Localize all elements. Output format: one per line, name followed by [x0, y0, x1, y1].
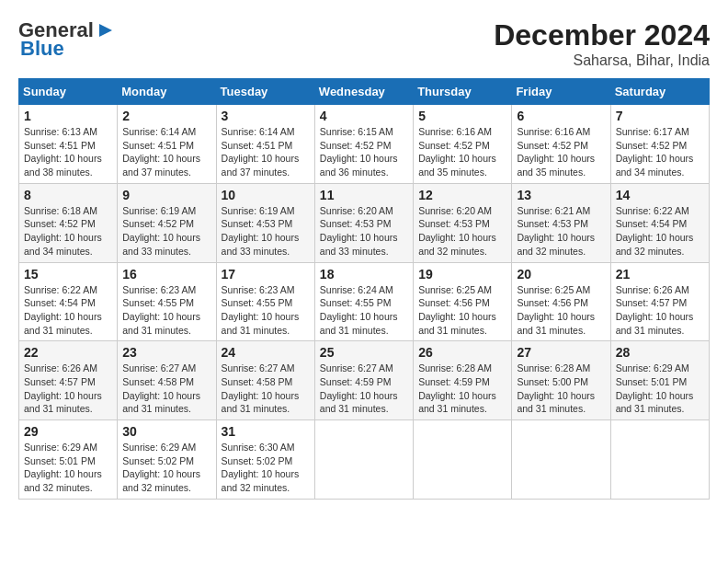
day-info: Sunrise: 6:22 AMSunset: 4:54 PMDaylight:…: [24, 283, 112, 338]
day-number: 18: [320, 267, 408, 282]
day-info: Sunrise: 6:26 AMSunset: 4:57 PMDaylight:…: [24, 362, 112, 416]
day-info: Sunrise: 6:22 AMSunset: 4:54 PMDaylight:…: [616, 204, 704, 259]
day-number: 29: [24, 424, 112, 439]
calendar-cell: [414, 420, 512, 500]
calendar-cell: [314, 420, 413, 500]
day-number: 13: [517, 188, 605, 202]
calendar-cell: 6Sunrise: 6:16 AMSunset: 4:52 PMDaylight…: [512, 105, 610, 184]
calendar-cell: 13Sunrise: 6:21 AMSunset: 4:53 PMDayligh…: [512, 183, 610, 262]
calendar-header-row: SundayMondayTuesdayWednesdayThursdayFrid…: [19, 79, 710, 105]
day-info: Sunrise: 6:27 AMSunset: 4:58 PMDaylight:…: [222, 362, 310, 416]
day-info: Sunrise: 6:25 AMSunset: 4:56 PMDaylight:…: [517, 283, 605, 338]
day-number: 6: [517, 109, 605, 123]
day-info: Sunrise: 6:26 AMSunset: 4:57 PMDaylight:…: [616, 283, 704, 338]
calendar-cell: 17Sunrise: 6:23 AMSunset: 4:55 PMDayligh…: [216, 262, 314, 341]
calendar-header-wednesday: Wednesday: [314, 79, 413, 105]
calendar-cell: 11Sunrise: 6:20 AMSunset: 4:53 PMDayligh…: [314, 183, 413, 262]
day-info: Sunrise: 6:19 AMSunset: 4:52 PMDaylight:…: [122, 204, 210, 259]
day-number: 23: [122, 345, 210, 360]
calendar-header-sunday: Sunday: [19, 79, 118, 105]
day-info: Sunrise: 6:29 AMSunset: 5:02 PMDaylight:…: [122, 441, 210, 495]
calendar-cell: 10Sunrise: 6:19 AMSunset: 4:53 PMDayligh…: [216, 183, 314, 262]
calendar-header-saturday: Saturday: [610, 79, 709, 105]
day-number: 20: [517, 267, 605, 282]
day-number: 14: [616, 188, 704, 202]
calendar-cell: 30Sunrise: 6:29 AMSunset: 5:02 PMDayligh…: [118, 420, 216, 500]
day-info: Sunrise: 6:29 AMSunset: 5:01 PMDaylight:…: [616, 362, 704, 416]
page-title: December 2024: [494, 18, 710, 52]
calendar-cell: [512, 420, 610, 500]
day-info: Sunrise: 6:16 AMSunset: 4:52 PMDaylight:…: [517, 125, 605, 179]
calendar-cell: 2Sunrise: 6:14 AMSunset: 4:51 PMDaylight…: [118, 105, 216, 184]
day-info: Sunrise: 6:20 AMSunset: 4:53 PMDaylight:…: [320, 204, 408, 259]
day-info: Sunrise: 6:14 AMSunset: 4:51 PMDaylight:…: [222, 125, 310, 179]
logo-icon: [96, 20, 116, 40]
calendar-cell: 20Sunrise: 6:25 AMSunset: 4:56 PMDayligh…: [512, 262, 610, 341]
calendar-cell: 3Sunrise: 6:14 AMSunset: 4:51 PMDaylight…: [216, 105, 314, 184]
calendar-cell: 31Sunrise: 6:30 AMSunset: 5:02 PMDayligh…: [216, 420, 314, 500]
calendar-cell: 16Sunrise: 6:23 AMSunset: 4:55 PMDayligh…: [118, 262, 216, 341]
day-info: Sunrise: 6:28 AMSunset: 4:59 PMDaylight:…: [418, 362, 506, 416]
calendar-cell: 1Sunrise: 6:13 AMSunset: 4:51 PMDaylight…: [19, 105, 118, 184]
page-header: General Blue December 2024 Saharsa, Biha…: [18, 18, 710, 69]
calendar-cell: 14Sunrise: 6:22 AMSunset: 4:54 PMDayligh…: [610, 183, 709, 262]
day-number: 22: [24, 345, 112, 360]
day-number: 2: [122, 109, 210, 123]
calendar-cell: 8Sunrise: 6:18 AMSunset: 4:52 PMDaylight…: [19, 183, 118, 262]
day-info: Sunrise: 6:18 AMSunset: 4:52 PMDaylight:…: [24, 204, 112, 259]
day-info: Sunrise: 6:20 AMSunset: 4:53 PMDaylight:…: [418, 204, 506, 259]
calendar-cell: 28Sunrise: 6:29 AMSunset: 5:01 PMDayligh…: [610, 341, 709, 420]
day-number: 28: [616, 345, 704, 360]
page-subtitle: Saharsa, Bihar, India: [494, 52, 710, 69]
calendar-cell: 9Sunrise: 6:19 AMSunset: 4:52 PMDaylight…: [118, 183, 216, 262]
day-info: Sunrise: 6:27 AMSunset: 4:59 PMDaylight:…: [320, 362, 408, 416]
day-number: 5: [418, 109, 506, 123]
day-info: Sunrise: 6:14 AMSunset: 4:51 PMDaylight:…: [122, 125, 210, 179]
calendar-cell: 7Sunrise: 6:17 AMSunset: 4:52 PMDaylight…: [610, 105, 709, 184]
calendar-cell: 27Sunrise: 6:28 AMSunset: 5:00 PMDayligh…: [512, 341, 610, 420]
day-info: Sunrise: 6:29 AMSunset: 5:01 PMDaylight:…: [24, 441, 112, 495]
svg-marker-0: [99, 24, 112, 37]
calendar-table: SundayMondayTuesdayWednesdayThursdayFrid…: [18, 78, 710, 500]
calendar-cell: [610, 420, 709, 500]
day-number: 15: [24, 267, 112, 282]
day-number: 27: [517, 345, 605, 360]
calendar-week-3: 15Sunrise: 6:22 AMSunset: 4:54 PMDayligh…: [19, 262, 710, 341]
day-number: 1: [24, 109, 112, 123]
day-number: 4: [320, 109, 408, 123]
day-info: Sunrise: 6:30 AMSunset: 5:02 PMDaylight:…: [222, 441, 310, 495]
day-info: Sunrise: 6:17 AMSunset: 4:52 PMDaylight:…: [616, 125, 704, 179]
day-info: Sunrise: 6:13 AMSunset: 4:51 PMDaylight:…: [24, 125, 112, 179]
day-number: 9: [122, 188, 210, 202]
calendar-cell: 15Sunrise: 6:22 AMSunset: 4:54 PMDayligh…: [19, 262, 118, 341]
logo-text-blue: Blue: [20, 37, 64, 61]
day-info: Sunrise: 6:15 AMSunset: 4:52 PMDaylight:…: [320, 125, 408, 179]
day-number: 11: [320, 188, 408, 202]
calendar-week-4: 22Sunrise: 6:26 AMSunset: 4:57 PMDayligh…: [19, 341, 710, 420]
day-number: 24: [222, 345, 310, 360]
calendar-cell: 24Sunrise: 6:27 AMSunset: 4:58 PMDayligh…: [216, 341, 314, 420]
day-number: 7: [616, 109, 704, 123]
day-number: 30: [122, 424, 210, 439]
calendar-header-friday: Friday: [512, 79, 610, 105]
day-info: Sunrise: 6:19 AMSunset: 4:53 PMDaylight:…: [222, 204, 310, 259]
day-number: 3: [222, 109, 310, 123]
day-number: 10: [222, 188, 310, 202]
calendar-cell: 26Sunrise: 6:28 AMSunset: 4:59 PMDayligh…: [414, 341, 512, 420]
day-number: 16: [122, 267, 210, 282]
day-info: Sunrise: 6:21 AMSunset: 4:53 PMDaylight:…: [517, 204, 605, 259]
calendar-week-2: 8Sunrise: 6:18 AMSunset: 4:52 PMDaylight…: [19, 183, 710, 262]
day-info: Sunrise: 6:24 AMSunset: 4:55 PMDaylight:…: [320, 283, 408, 338]
calendar-cell: 23Sunrise: 6:27 AMSunset: 4:58 PMDayligh…: [118, 341, 216, 420]
day-number: 19: [418, 267, 506, 282]
day-number: 25: [320, 345, 408, 360]
day-info: Sunrise: 6:23 AMSunset: 4:55 PMDaylight:…: [222, 283, 310, 338]
logo: General Blue: [18, 18, 116, 61]
calendar-cell: 4Sunrise: 6:15 AMSunset: 4:52 PMDaylight…: [314, 105, 413, 184]
calendar-cell: 19Sunrise: 6:25 AMSunset: 4:56 PMDayligh…: [414, 262, 512, 341]
calendar-cell: 29Sunrise: 6:29 AMSunset: 5:01 PMDayligh…: [19, 420, 118, 500]
title-block: December 2024 Saharsa, Bihar, India: [494, 18, 710, 69]
day-info: Sunrise: 6:28 AMSunset: 5:00 PMDaylight:…: [517, 362, 605, 416]
day-number: 8: [24, 188, 112, 202]
calendar-cell: 12Sunrise: 6:20 AMSunset: 4:53 PMDayligh…: [414, 183, 512, 262]
